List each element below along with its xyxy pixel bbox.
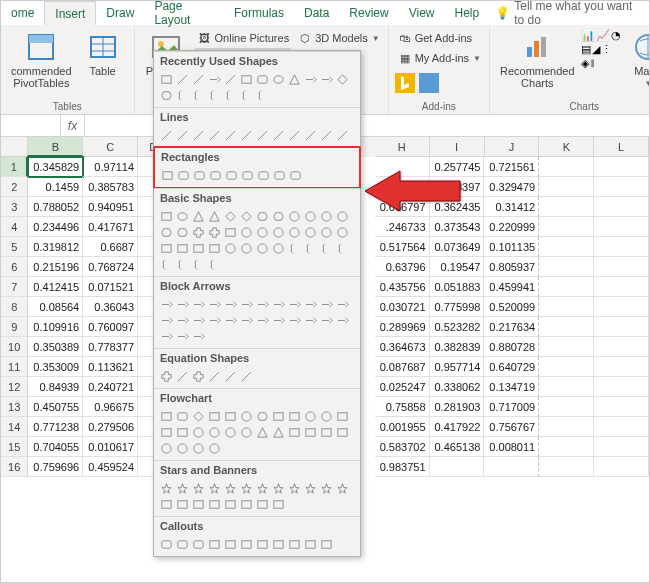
shape-circ[interactable] — [318, 208, 334, 224]
shape-circ[interactable] — [190, 440, 206, 456]
cell[interactable]: 0.134719 — [484, 377, 539, 397]
cell[interactable]: 0.030721 — [375, 297, 430, 317]
cell[interactable]: 0.220999 — [484, 217, 539, 237]
cell[interactable] — [539, 177, 594, 197]
shape-arrow[interactable] — [238, 312, 254, 328]
cell[interactable]: 0.459524 — [83, 457, 138, 477]
col-header-j[interactable]: J — [485, 137, 540, 157]
cell[interactable]: 0.240721 — [83, 377, 138, 397]
cell[interactable] — [594, 297, 649, 317]
shape-star[interactable] — [222, 480, 238, 496]
shape-arrow[interactable] — [334, 312, 350, 328]
cell[interactable]: 0.940951 — [83, 197, 138, 217]
shape-rect[interactable] — [270, 496, 286, 512]
col-chart-icon[interactable]: 📊 — [581, 29, 595, 42]
cell[interactable]: 0.338062 — [430, 377, 485, 397]
shape-rrect[interactable] — [254, 71, 270, 87]
shape-rrect[interactable] — [174, 536, 190, 552]
shape-rect[interactable] — [158, 71, 174, 87]
people-icon[interactable] — [419, 73, 439, 93]
cell[interactable]: 0.435756 — [375, 277, 430, 297]
cell[interactable] — [539, 417, 594, 437]
col-header-h[interactable]: H — [375, 137, 430, 157]
cell[interactable]: 0.417922 — [430, 417, 485, 437]
cell[interactable]: 0.412415 — [28, 277, 83, 297]
shape-star[interactable] — [334, 480, 350, 496]
shape-arrow[interactable] — [254, 296, 270, 312]
map-chart-icon[interactable]: ◈ — [581, 57, 589, 70]
shape-rect[interactable] — [318, 424, 334, 440]
cell[interactable]: 0.382839 — [430, 337, 485, 357]
shape-rect[interactable] — [222, 496, 238, 512]
shape-line[interactable] — [334, 127, 350, 143]
shape-rect[interactable] — [286, 424, 302, 440]
cell[interactable]: 0.19547 — [430, 257, 485, 277]
shape-curly[interactable] — [334, 240, 350, 256]
shape-rect[interactable] — [302, 424, 318, 440]
shape-rect[interactable] — [238, 536, 254, 552]
cell[interactable]: 0.465138 — [430, 437, 485, 457]
shape-circ[interactable] — [318, 408, 334, 424]
cell[interactable]: 0.353009 — [28, 357, 83, 377]
shape-rect[interactable] — [190, 240, 206, 256]
cell[interactable]: 0.788052 — [28, 197, 83, 217]
shape-rrect[interactable] — [223, 167, 239, 183]
shape-arrow[interactable] — [222, 312, 238, 328]
shape-arrow[interactable] — [190, 312, 206, 328]
row-header[interactable]: 16 — [1, 457, 28, 477]
cell[interactable]: 0.08564 — [28, 297, 83, 317]
shape-circ[interactable] — [190, 424, 206, 440]
cell[interactable]: 0.775998 — [430, 297, 485, 317]
shape-arrow[interactable] — [206, 71, 222, 87]
my-addins-button[interactable]: ▦My Add-ins▼ — [395, 49, 483, 67]
row-header[interactable]: 8 — [1, 297, 28, 317]
cell[interactable]: 0.759696 — [28, 457, 83, 477]
row-header[interactable]: 9 — [1, 317, 28, 337]
cell[interactable]: 0.640729 — [484, 357, 539, 377]
line-chart-icon[interactable]: 📈 — [596, 29, 610, 42]
shape-rect[interactable] — [158, 424, 174, 440]
row-header[interactable]: 3 — [1, 197, 28, 217]
cell[interactable]: 0.215196 — [28, 257, 83, 277]
cell[interactable] — [539, 257, 594, 277]
cell[interactable]: 0.36043 — [83, 297, 138, 317]
shape-line[interactable] — [174, 127, 190, 143]
cell[interactable]: 0.717009 — [484, 397, 539, 417]
shape-arrow[interactable] — [302, 71, 318, 87]
shape-curly[interactable] — [286, 240, 302, 256]
shape-rect[interactable] — [158, 240, 174, 256]
shape-plus[interactable] — [158, 368, 174, 384]
cell[interactable]: 0.001955 — [375, 417, 430, 437]
shape-rrect[interactable] — [287, 167, 303, 183]
cell[interactable]: 0.113621 — [83, 357, 138, 377]
shape-line[interactable] — [302, 127, 318, 143]
shape-rect[interactable] — [158, 496, 174, 512]
shape-curly[interactable] — [190, 256, 206, 272]
shape-arrow[interactable] — [270, 296, 286, 312]
scatter-icon[interactable]: ⋮ — [601, 43, 612, 56]
row-header[interactable]: 6 — [1, 257, 28, 277]
shape-plus[interactable] — [206, 224, 222, 240]
cell[interactable] — [539, 317, 594, 337]
cell[interactable]: 0.385783 — [83, 177, 138, 197]
cell[interactable]: 0.63796 — [375, 257, 430, 277]
shape-line[interactable] — [222, 127, 238, 143]
row-header[interactable]: 5 — [1, 237, 28, 257]
tab-home[interactable]: ome — [1, 1, 44, 25]
shape-circ[interactable] — [302, 224, 318, 240]
shape-diamond[interactable] — [334, 71, 350, 87]
cell[interactable]: 0.721561 — [484, 157, 539, 177]
cell[interactable]: 0.778377 — [83, 337, 138, 357]
col-header-k[interactable]: K — [539, 137, 594, 157]
cell[interactable]: 0.234496 — [28, 217, 83, 237]
shape-line[interactable] — [270, 127, 286, 143]
shape-arrow[interactable] — [334, 296, 350, 312]
shape-curly[interactable] — [206, 256, 222, 272]
cell[interactable]: .246733 — [375, 217, 430, 237]
shape-rect[interactable] — [222, 408, 238, 424]
cell[interactable]: 0.329479 — [484, 177, 539, 197]
shape-arrow[interactable] — [190, 296, 206, 312]
shape-star[interactable] — [286, 480, 302, 496]
shape-arrow[interactable] — [302, 312, 318, 328]
shape-circ[interactable] — [206, 424, 222, 440]
